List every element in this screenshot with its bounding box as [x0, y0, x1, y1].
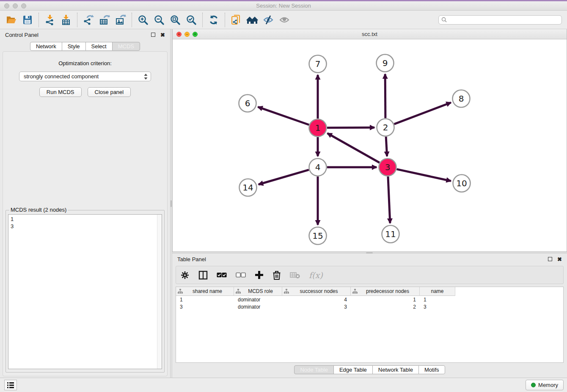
tab-network[interactable]: Network: [30, 42, 62, 51]
toolbar-separator: [202, 13, 203, 27]
float-panel-icon[interactable]: [548, 257, 552, 261]
graph-node-14[interactable]: 14: [239, 179, 257, 196]
float-panel-icon[interactable]: [151, 33, 155, 37]
graph-node-10[interactable]: 10: [453, 175, 471, 192]
network-view-window: × − + scc.txt 7968124314101511: [172, 29, 567, 252]
select-all-columns-button[interactable]: [217, 272, 227, 278]
criterion-dropdown[interactable]: strongly connected component: [19, 72, 151, 81]
table-cell[interactable]: dominator: [234, 304, 282, 310]
tab-edge-table[interactable]: Edge Table: [333, 365, 373, 374]
table-header-predecessor-nodes[interactable]: predecessor nodes: [351, 287, 420, 296]
graph-node-7[interactable]: 7: [309, 55, 327, 73]
graph-edge-3-11[interactable]: [388, 177, 390, 223]
table-cell[interactable]: dominator: [234, 297, 282, 303]
open-session-button[interactable]: [4, 12, 19, 28]
mcds-tab-content: Optimization criterion: strongly connect…: [3, 51, 168, 376]
graph-edge-2-3[interactable]: [386, 137, 387, 156]
graph-node-3[interactable]: 3: [379, 159, 396, 176]
hide-selected-button[interactable]: [261, 12, 275, 28]
table-settings-button[interactable]: [180, 271, 190, 280]
zoom-in-button[interactable]: [136, 12, 150, 28]
tab-node-table[interactable]: Node Table: [294, 365, 334, 374]
network-canvas[interactable]: 7968124314101511: [173, 39, 567, 251]
show-all-button[interactable]: [277, 12, 292, 28]
table-cell[interactable]: 3: [176, 304, 234, 310]
table-header-name[interactable]: name: [420, 287, 455, 296]
optimization-criterion-label: Optimization criterion:: [3, 60, 167, 66]
graph-node-9[interactable]: 9: [377, 55, 394, 72]
tab-network-table[interactable]: Network Table: [372, 365, 419, 374]
table-header-shared-name[interactable]: shared name: [176, 287, 234, 296]
graph-edge-3-10[interactable]: [396, 169, 451, 181]
zoom-selected-button[interactable]: [184, 12, 198, 28]
table-row[interactable]: 3dominator323: [176, 303, 563, 310]
tab-motifs[interactable]: Motifs: [418, 365, 445, 374]
graph-node-15[interactable]: 15: [309, 227, 327, 245]
function-builder-button[interactable]: f(x): [309, 271, 323, 280]
hierarchy-icon: [178, 289, 183, 294]
deselect-all-columns-button[interactable]: [236, 272, 246, 278]
delete-table-button[interactable]: [290, 272, 300, 279]
graph-node-label: 6: [245, 98, 250, 108]
export-network-button[interactable]: [81, 12, 96, 28]
show-column-pane-button[interactable]: [198, 271, 208, 280]
table-cell[interactable]: 2: [351, 304, 420, 310]
checked-boxes-icon: [217, 272, 227, 278]
mcds-result-text[interactable]: 1 3: [8, 214, 162, 369]
result-scrollbar[interactable]: [157, 215, 162, 369]
graph-node-6[interactable]: 6: [239, 95, 256, 112]
graph-edge-3-1[interactable]: [328, 133, 380, 163]
graph-node-4[interactable]: 4: [309, 159, 327, 176]
export-table-icon: [99, 14, 110, 25]
export-image-button[interactable]: [113, 12, 128, 28]
apply-layout-button[interactable]: [206, 12, 221, 28]
import-table-button[interactable]: [59, 12, 73, 28]
graph-node-label: 2: [383, 122, 388, 133]
graph-node-11[interactable]: 11: [382, 226, 399, 243]
table-cell[interactable]: 1: [351, 297, 420, 303]
memory-button[interactable]: Memory: [526, 380, 564, 390]
graph-edge-2-8[interactable]: [394, 102, 451, 124]
clone-network-button[interactable]: [229, 12, 243, 28]
run-mcds-button[interactable]: Run MCDS: [39, 87, 82, 97]
close-panel-icon[interactable]: ✖: [557, 256, 562, 262]
table-cell[interactable]: 3: [282, 304, 351, 310]
graph-node-2[interactable]: 2: [377, 119, 394, 136]
close-panel-icon[interactable]: ✖: [160, 32, 165, 38]
tab-select[interactable]: Select: [85, 42, 113, 51]
graph-node-label: 7: [315, 59, 321, 69]
export-image-icon: [115, 14, 126, 25]
tab-style[interactable]: Style: [62, 42, 86, 51]
table-cell[interactable]: 1: [420, 297, 455, 303]
import-network-icon: [44, 14, 55, 25]
first-neighbors-button[interactable]: [245, 12, 259, 28]
search-field[interactable]: [438, 15, 562, 25]
task-history-button[interactable]: [4, 380, 17, 390]
zoom-out-button[interactable]: [152, 12, 166, 28]
table-header-MCDS-role[interactable]: MCDS role: [234, 287, 282, 296]
create-column-button[interactable]: [255, 271, 264, 279]
import-network-button[interactable]: [43, 12, 57, 28]
table-cell[interactable]: 3: [420, 304, 455, 310]
graph-edge-1-2[interactable]: [327, 127, 374, 128]
table-header-label: MCDS role: [241, 288, 280, 294]
graph-node-1[interactable]: 1: [309, 119, 327, 137]
graph-edge-1-6[interactable]: [258, 107, 309, 125]
export-table-button[interactable]: [97, 12, 112, 28]
tab-mcds[interactable]: MCDS: [112, 42, 140, 51]
table-row[interactable]: 1dominator411: [176, 296, 563, 303]
graph-node-8[interactable]: 8: [453, 90, 470, 108]
graph-edge-2-9[interactable]: [385, 74, 385, 118]
network-graph[interactable]: 7968124314101511: [173, 39, 567, 251]
zoom-fit-button[interactable]: [168, 12, 182, 28]
search-input[interactable]: [449, 17, 559, 23]
table-header-successor-nodes[interactable]: successor nodes: [282, 287, 351, 296]
close-panel-button[interactable]: Close panel: [88, 87, 131, 97]
table-header-label: name: [421, 288, 453, 294]
delete-column-button[interactable]: [272, 271, 281, 280]
table-cell[interactable]: 1: [176, 297, 234, 303]
save-session-button[interactable]: [20, 12, 35, 28]
table-header-label: predecessor nodes: [358, 288, 418, 294]
graph-edge-4-14[interactable]: [259, 170, 309, 185]
table-cell[interactable]: 4: [282, 297, 351, 303]
